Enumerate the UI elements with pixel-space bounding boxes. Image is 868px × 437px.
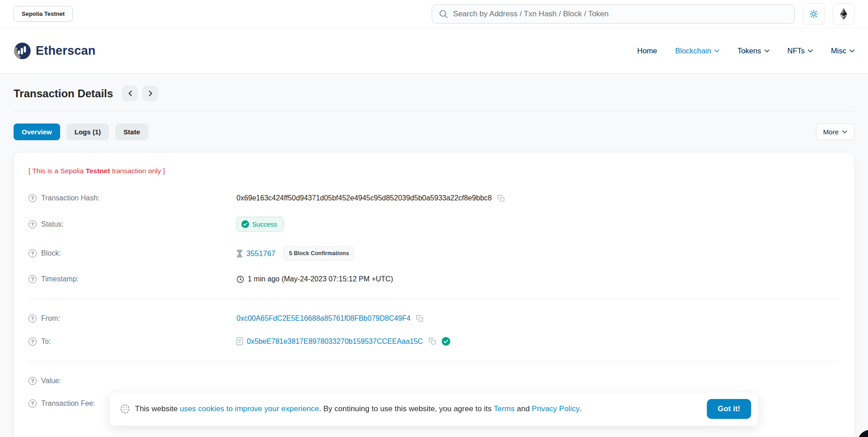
- tabs-row: Overview Logs (1) State More: [14, 124, 854, 140]
- cookies-info-link[interactable]: uses cookies to improve your experience: [180, 404, 319, 413]
- to-address-link[interactable]: 0x5beE781e3817E8978033270b159537CCEEAaa1…: [247, 337, 423, 346]
- site-header: Etherscan Home Blockchain Tokens NFTs Mi…: [0, 28, 868, 74]
- section-divider: [28, 299, 840, 299]
- terms-link[interactable]: Terms: [494, 404, 514, 413]
- row-block: ? Block: 3551767 5 Block Confirmations: [28, 239, 840, 268]
- row-label: ? To:: [28, 337, 236, 346]
- help-icon[interactable]: ?: [28, 377, 37, 385]
- nav-blockchain-label: Blockchain: [675, 47, 712, 55]
- nav-home-label: Home: [637, 47, 657, 55]
- chevron-down-icon: [714, 49, 719, 52]
- row-value: 0x69e163c424ff50d94371d05bf452e4945c95d8…: [236, 194, 505, 202]
- block-confirmations-badge: 5 Block Confirmations: [283, 246, 354, 261]
- clock-icon: [236, 276, 244, 283]
- chevron-right-icon: [149, 90, 152, 96]
- next-transaction-button[interactable]: [142, 86, 158, 101]
- row-from: ? From: 0xc00A65FdC2E5E16688a85761f08FBb…: [28, 307, 840, 330]
- chevron-down-icon: [849, 49, 854, 52]
- testnet-notice-suffix: transaction only ]: [110, 167, 165, 175]
- cookie-text-1: This website: [135, 404, 180, 413]
- tab-overview[interactable]: Overview: [14, 124, 60, 140]
- privacy-policy-link[interactable]: Privacy Policy: [532, 404, 580, 413]
- help-icon[interactable]: ?: [28, 275, 37, 283]
- brand-name: Etherscan: [36, 44, 95, 58]
- copy-to-address-button[interactable]: [427, 337, 436, 345]
- sun-icon: [809, 9, 819, 19]
- network-selector-button[interactable]: Sepolia Testnet: [14, 6, 73, 22]
- tab-state[interactable]: State: [115, 124, 148, 140]
- row-to: ? To: 0x5beE781e3817E8978033270b159537CC…: [28, 330, 840, 353]
- status-label: Status:: [41, 220, 64, 228]
- timestamp-value: 1 min ago (May-24-2023 07:15:12 PM +UTC): [248, 275, 393, 283]
- nav-blockchain[interactable]: Blockchain: [675, 47, 720, 55]
- cookie-text-2: . By continuing to use this website, you…: [319, 404, 494, 413]
- row-label: ? Timestamp:: [28, 275, 236, 283]
- copy-icon: [416, 315, 424, 323]
- row-value: 0xc00A65FdC2E5E16688a85761f08FBb079D8C49…: [236, 314, 424, 323]
- chevron-down-icon: [842, 130, 847, 133]
- nav-nfts-label: NFTs: [788, 47, 805, 55]
- value-label: Value:: [41, 377, 61, 385]
- testnet-notice-bold: Testnet: [85, 167, 110, 175]
- block-number-link[interactable]: 3551767: [246, 249, 275, 258]
- theme-toggle-button[interactable]: [803, 3, 825, 25]
- copy-from-address-button[interactable]: [414, 315, 424, 323]
- title-row: Transaction Details: [14, 74, 854, 112]
- tab-logs[interactable]: Logs (1): [66, 124, 109, 140]
- cookie-icon: [120, 404, 131, 414]
- success-check-icon: [442, 337, 450, 346]
- row-value-amount: ? Value:: [28, 370, 840, 392]
- help-icon[interactable]: ?: [28, 314, 37, 323]
- network-switch-button[interactable]: [833, 3, 854, 25]
- help-icon[interactable]: ?: [28, 249, 37, 257]
- row-label: ? Block:: [28, 249, 236, 257]
- copy-icon: [429, 337, 436, 345]
- contract-file-icon: [236, 337, 243, 346]
- cookie-text-4: .: [580, 404, 582, 413]
- etherscan-logo-icon: [14, 42, 31, 60]
- copy-icon: [497, 195, 505, 202]
- nav-nfts[interactable]: NFTs: [788, 47, 813, 55]
- transaction-hash-value: 0x69e163c424ff50d94371d05bf452e4945c95d8…: [236, 194, 492, 202]
- search-bar[interactable]: [432, 5, 795, 24]
- from-address-link[interactable]: 0xc00A65FdC2E5E16688a85761f08FBb079D8C49…: [236, 314, 410, 323]
- etherscan-logo[interactable]: Etherscan: [14, 42, 95, 60]
- chevron-down-icon: [808, 49, 813, 52]
- chevron-left-icon: [128, 90, 132, 96]
- section-divider: [28, 361, 840, 361]
- nav-misc[interactable]: Misc: [831, 47, 854, 55]
- row-value: 3551767 5 Block Confirmations: [236, 246, 354, 261]
- search-icon: [439, 9, 448, 19]
- cookie-consent-banner: This website uses cookies to improve you…: [109, 392, 759, 426]
- testnet-notice-prefix: [ This is a Sepolia: [28, 167, 85, 175]
- chevron-down-icon: [764, 49, 769, 52]
- row-value: Success: [236, 217, 284, 232]
- ethereum-icon: [840, 8, 848, 20]
- transaction-fee-label: Transaction Fee:: [41, 399, 95, 408]
- search-input[interactable]: [453, 10, 788, 19]
- help-icon[interactable]: ?: [28, 220, 37, 228]
- row-timestamp: ? Timestamp: 1 min ago (May-24-2023 07:1…: [28, 268, 840, 290]
- copy-txhash-button[interactable]: [495, 195, 505, 202]
- status-badge: Success: [236, 217, 284, 232]
- nav-tokens-label: Tokens: [737, 47, 761, 55]
- row-label: ? Status:: [28, 220, 236, 228]
- nav-tokens[interactable]: Tokens: [737, 47, 769, 55]
- help-icon[interactable]: ?: [28, 337, 37, 346]
- page-content: Transaction Details Overview Logs (1) St…: [0, 74, 868, 437]
- page-title: Transaction Details: [14, 87, 113, 100]
- nav-home[interactable]: Home: [637, 47, 657, 55]
- status-badge-label: Success: [252, 221, 277, 228]
- previous-transaction-button[interactable]: [122, 86, 138, 101]
- nav-misc-label: Misc: [831, 47, 846, 55]
- timestamp-label: Timestamp:: [41, 275, 79, 283]
- help-icon[interactable]: ?: [28, 399, 37, 408]
- more-button[interactable]: More: [816, 124, 854, 140]
- help-icon[interactable]: ?: [28, 194, 37, 202]
- row-label: ? From:: [28, 314, 236, 323]
- got-it-button[interactable]: Got it!: [707, 399, 751, 419]
- main-nav: Home Blockchain Tokens NFTs Misc: [637, 47, 854, 55]
- row-transaction-hash: ? Transaction Hash: 0x69e163c424ff50d943…: [28, 187, 840, 209]
- check-circle-icon: [241, 220, 249, 228]
- row-label: ? Transaction Hash:: [28, 194, 236, 202]
